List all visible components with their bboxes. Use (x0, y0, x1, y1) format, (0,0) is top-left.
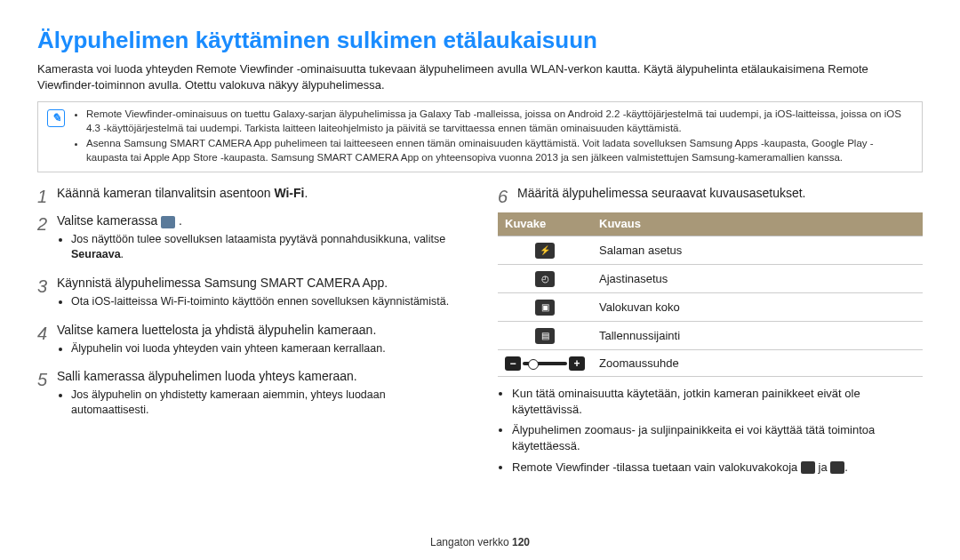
zoom-icon: −+ (505, 356, 585, 371)
step-2-text: Valitse kamerassa . (57, 212, 462, 229)
step-6-text: Määritä älypuhelimessa seuraavat kuvausa… (517, 185, 923, 202)
timer-icon: ◴ (535, 271, 555, 287)
page-title: Älypuhelimen käyttäminen sulkimen etälau… (37, 25, 923, 56)
note-bullet: Kun tätä ominaisuutta käytetään, jotkin … (512, 386, 923, 417)
right-column: 6 Määritä älypuhelimessa seuraavat kuvau… (498, 185, 923, 480)
step-number: 6 (498, 185, 517, 209)
flash-icon: ⚡ (535, 243, 555, 259)
col-desc-header: Kuvaus (592, 212, 923, 236)
step-number: 5 (37, 368, 57, 427)
step-number: 1 (37, 185, 57, 209)
table-row: ▣ Valokuvan koko (498, 292, 923, 321)
remote-viewfinder-icon (161, 216, 175, 228)
note-icon: ✎ (47, 109, 65, 127)
note-item: Asenna Samsung SMART CAMERA App puhelime… (86, 137, 913, 164)
step-2-bullet: Jos näyttöön tulee sovelluksen lataamist… (71, 232, 462, 262)
wifi-label: Wi-Fi (274, 186, 304, 200)
size-icon: ▣ (535, 300, 555, 316)
table-row: ⚡ Salaman asetus (498, 236, 923, 264)
note-box: ✎ Remote Viewfinder-ominaisuus on tuettu… (37, 101, 923, 172)
step-3-bullet: Ota iOS-laitteissa Wi-Fi-toiminto käyttö… (71, 294, 462, 309)
step-number: 2 (37, 212, 57, 271)
table-row: −+ Zoomaussuhde (498, 349, 923, 377)
step-number: 4 (37, 322, 57, 365)
storage-icon: ▤ (535, 328, 555, 344)
note-item: Remote Viewfinder-ominaisuus on tuettu G… (86, 108, 913, 135)
page-footer: Langaton verkko 120 (0, 535, 960, 549)
step-number: 3 (37, 275, 57, 318)
settings-table: Kuvake Kuvaus ⚡ Salaman asetus ◴ Ajastin… (498, 212, 923, 377)
intro-text: Kamerasta voi luoda yhteyden Remote View… (37, 61, 923, 92)
col-icon-header: Kuvake (498, 212, 592, 236)
step-5-bullet: Jos älypuhelin on yhdistetty kameraan ai… (71, 388, 462, 418)
step-4-text: Valitse kamera luettelosta ja yhdistä äl… (57, 322, 462, 339)
size-small-icon (830, 461, 844, 474)
note-bullet: Remote Viewfinder -tilassa tuetaan vain … (512, 460, 923, 476)
table-row: ▤ Tallennussijainti (498, 321, 923, 349)
left-column: 1 Käännä kameran tilanvalitsin asentoon … (37, 185, 462, 480)
size-small-icon (801, 461, 815, 474)
step-5-text: Salli kamerassa älypuhelimen luoda yhtey… (57, 368, 462, 385)
step-1-text: Käännä kameran tilanvalitsin asentoon Wi… (57, 185, 462, 202)
table-row: ◴ Ajastinasetus (498, 264, 923, 292)
step-3-text: Käynnistä älypuhelimessa Samsung SMART C… (57, 275, 462, 292)
note-bullet: Älypuhelimen zoomaus- ja suljinpainikkei… (512, 422, 923, 453)
step-4-bullet: Älypuhelin voi luoda yhteyden vain yhtee… (71, 341, 462, 356)
